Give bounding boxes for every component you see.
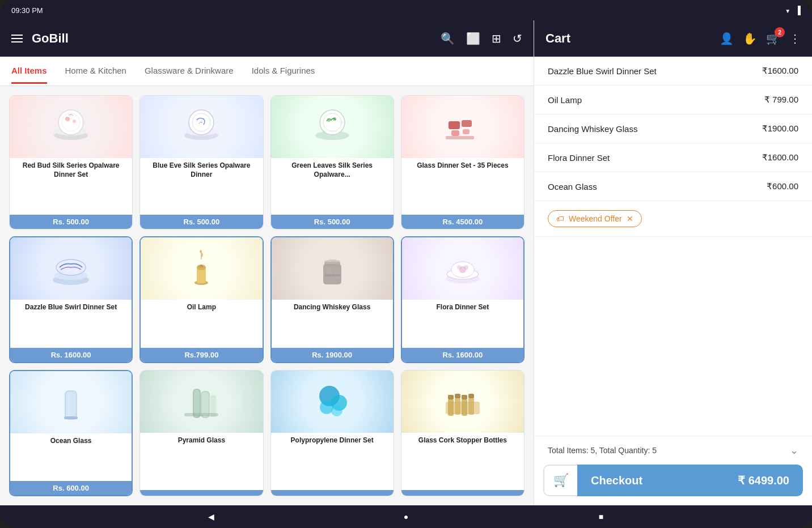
search-icon[interactable]: 🔍: [441, 32, 455, 45]
product-price-10: [140, 490, 263, 496]
hand-icon[interactable]: ✋: [743, 32, 757, 45]
main-container: GoBill 🔍 ⬜ ⊞ ↺ All Items Home & Kitchen …: [0, 20, 812, 505]
products-grid: Red Bud Silk Series Opalware Dinner Set …: [0, 86, 534, 505]
svg-rect-17: [451, 130, 459, 136]
promo-pill[interactable]: 🏷 Weekend Offer ✕: [548, 210, 642, 227]
svg-point-30: [326, 268, 333, 275]
product-price-11: [271, 490, 394, 496]
product-price-6: Rs.799.00: [141, 348, 262, 362]
user-icon[interactable]: 👤: [720, 32, 734, 45]
product-card-2[interactable]: Blue Eve Silk Series Opalware Dinner Rs.…: [139, 95, 263, 229]
product-name-10: Pyramid Glass: [140, 433, 263, 448]
svg-point-13: [327, 118, 331, 122]
cart-item-2[interactable]: Oil Lamp ₹ 799.00: [534, 86, 812, 114]
svg-point-5: [73, 120, 76, 123]
product-price-12: [401, 490, 524, 496]
product-card-11[interactable]: Polypropylene Dinner Set: [270, 370, 394, 496]
category-tabs: All Items Home & Kitchen Glassware & Dri…: [0, 57, 534, 86]
more-options-icon[interactable]: ⋮: [789, 32, 801, 45]
svg-rect-41: [64, 416, 78, 419]
product-card-6[interactable]: Oil Lamp Rs.799.00: [139, 236, 263, 363]
cart-item-3[interactable]: Dancing Whiskey Glass ₹1900.00: [534, 114, 812, 143]
tab-idols[interactable]: Idols & Figurines: [252, 66, 315, 84]
product-name-1: Red Bud Silk Series Opalware Dinner Set: [10, 158, 132, 181]
cart-title: Cart: [545, 31, 570, 46]
product-name-4: Glass Dinner Set - 35 Pieces: [401, 158, 524, 173]
product-image-4: [401, 96, 524, 158]
back-button[interactable]: ◀: [202, 508, 219, 525]
svg-rect-16: [462, 120, 472, 127]
product-card-4[interactable]: Glass Dinner Set - 35 Pieces Rs. 4500.00: [401, 95, 525, 229]
product-price-2: Rs. 500.00: [140, 215, 263, 229]
product-image-11: [271, 371, 394, 433]
promo-close-button[interactable]: ✕: [627, 214, 633, 223]
recent-apps-button[interactable]: ■: [593, 508, 610, 525]
product-image-10: [140, 371, 263, 433]
svg-rect-53: [462, 399, 467, 416]
product-card-7[interactable]: Dancing Whiskey Glass Rs. 1900.00: [270, 236, 394, 363]
tab-home-kitchen[interactable]: Home & Kitchen: [65, 66, 126, 84]
tab-all-items[interactable]: All Items: [11, 66, 47, 84]
svg-rect-58: [468, 394, 474, 398]
svg-rect-57: [462, 395, 467, 399]
right-panel: Cart 👤 ✋ 🛒 2 ⋮ Dazzle Blue Swirl Dinner …: [534, 20, 812, 505]
svg-rect-18: [463, 129, 470, 134]
product-card-8[interactable]: Flora Dinner Set Rs. 1600.00: [401, 236, 525, 363]
svg-rect-54: [468, 398, 474, 415]
checkout-label: Checkout: [591, 474, 642, 487]
product-image-9: [10, 371, 132, 433]
cart-item-1[interactable]: Dazzle Blue Swirl Dinner Set ₹1600.00: [534, 57, 812, 86]
refresh-icon[interactable]: ↺: [513, 32, 522, 45]
product-card-3[interactable]: Green Leaves Silk Series Opalware... Rs.…: [270, 95, 394, 229]
product-image-6: [141, 237, 262, 300]
svg-point-29: [324, 259, 340, 264]
product-name-3: Green Leaves Silk Series Opalware...: [271, 158, 394, 181]
product-name-7: Dancing Whiskey Glass: [272, 300, 393, 314]
cart-icon[interactable]: 🛒 2: [766, 32, 780, 45]
product-card-1[interactable]: Red Bud Silk Series Opalware Dinner Set …: [9, 95, 133, 229]
left-panel: GoBill 🔍 ⬜ ⊞ ↺ All Items Home & Kitchen …: [0, 20, 534, 505]
cart-item-price-5: ₹600.00: [767, 181, 798, 191]
svg-rect-51: [448, 399, 454, 416]
nav-icons: 🔍 ⬜ ⊞ ↺: [441, 32, 522, 45]
svg-point-38: [464, 265, 468, 270]
top-nav: GoBill 🔍 ⬜ ⊞ ↺: [0, 20, 534, 57]
product-name-9: Ocean Glass: [10, 433, 132, 448]
promo-icon: 🏷: [556, 214, 564, 223]
svg-rect-45: [184, 413, 218, 416]
product-card-5[interactable]: Dazzle Blue Swirl Dinner Set Rs. 1600.00: [9, 236, 133, 363]
tab-glassware[interactable]: Glassware & Drinkware: [145, 66, 234, 84]
product-price-9: Rs. 600.00: [10, 481, 132, 495]
product-name-6: Oil Lamp: [141, 300, 262, 314]
cart-item-price-4: ₹1600.00: [762, 152, 798, 163]
svg-point-12: [323, 113, 341, 131]
promo-section: 🏷 Weekend Offer ✕: [534, 201, 812, 237]
status-bar: 09:30 PM: [0, 0, 812, 20]
svg-rect-15: [449, 121, 460, 129]
product-name-2: Blue Eve Silk Series Opalware Dinner: [140, 158, 263, 181]
product-price-7: Rs. 1900.00: [272, 348, 393, 362]
cart-item-4[interactable]: Flora Dinner Set ₹1600.00: [534, 143, 812, 172]
battery-icon: [795, 6, 801, 15]
home-button[interactable]: ●: [397, 508, 415, 525]
svg-rect-52: [455, 398, 460, 415]
product-card-12[interactable]: Glass Cork Stopper Bottles: [401, 370, 525, 496]
product-card-10[interactable]: Pyramid Glass: [139, 370, 263, 496]
right-nav-icons: 👤 ✋ 🛒 2 ⋮: [720, 32, 801, 45]
checkout-total: ₹ 6499.00: [738, 474, 789, 487]
product-price-4: Rs. 4500.00: [401, 215, 524, 229]
checkout-bar: 🛒 Checkout ₹ 6499.00: [543, 465, 803, 496]
grid-scan-icon[interactable]: ⊞: [492, 32, 501, 45]
checkout-cart-button[interactable]: 🛒: [543, 465, 577, 496]
product-price-3: Rs. 500.00: [271, 215, 394, 229]
svg-point-37: [457, 265, 462, 270]
time: 09:30 PM: [11, 6, 43, 15]
svg-rect-32: [324, 274, 340, 276]
total-chevron-icon[interactable]: ⌄: [790, 444, 798, 457]
hamburger-button[interactable]: [11, 35, 23, 42]
svg-point-3: [62, 113, 80, 131]
product-card-9[interactable]: Ocean Glass Rs. 600.00: [9, 370, 133, 496]
barcode-scan-icon[interactable]: ⬜: [466, 32, 480, 45]
checkout-button[interactable]: Checkout ₹ 6499.00: [577, 465, 803, 496]
cart-item-5[interactable]: Ocean Glass ₹600.00: [534, 172, 812, 201]
